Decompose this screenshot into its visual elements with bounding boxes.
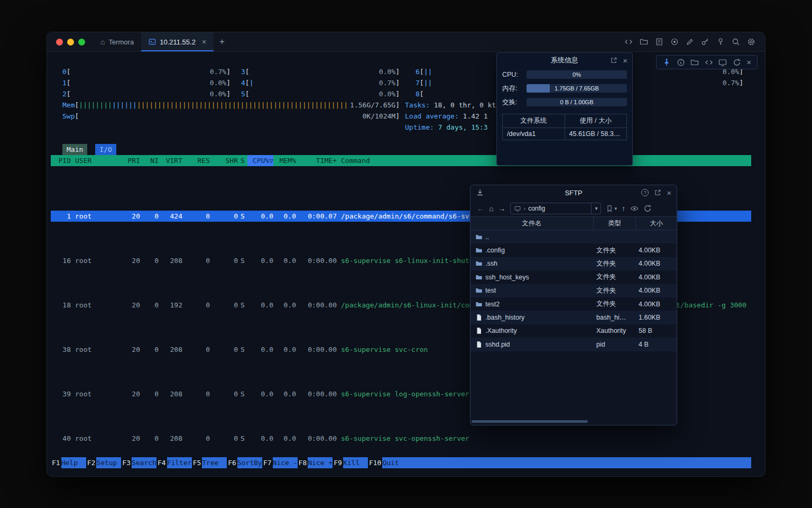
download-icon[interactable] [476,188,484,197]
fn-key-button[interactable]: F5 Tree [192,457,227,468]
file-row[interactable]: ssh_host_keys 文件夹 4.00KB [470,270,677,284]
file-row[interactable]: test 文件夹 4.00KB [470,284,677,297]
file-size: 4 B [635,341,677,348]
pri-cell: 20 [122,211,140,222]
pri-cell: 20 [122,388,140,400]
fn-key-button[interactable]: F2 Setup [86,457,122,468]
close-window-button[interactable] [56,39,63,46]
host-icon [514,205,521,212]
ni-cell: 0 [140,211,159,222]
code-icon[interactable] [705,58,713,67]
column-filename[interactable]: 文件名 [470,217,593,230]
column-user[interactable]: USER [71,155,122,166]
fn-key-button[interactable]: F9 Kill [333,457,368,468]
file-row[interactable]: sshd.pid pid 4 B [470,338,677,351]
forward-icon[interactable]: → [498,205,505,212]
traffic-lights [47,32,93,51]
horizontal-scrollbar[interactable] [472,420,588,423]
pin-icon[interactable] [662,58,671,67]
filesystem-header: 文件系统 使用 / 大小 [503,114,626,128]
column-pid[interactable]: PID [51,155,71,166]
file-row[interactable]: .Xauthority Xauthority 58 B [470,324,677,338]
file-row[interactable]: test2 文件夹 4.00KB [470,297,677,311]
new-tab-button[interactable]: + [214,32,230,51]
help-icon[interactable]: ? [641,189,649,196]
settings-icon[interactable] [747,38,755,46]
info-icon[interactable] [677,58,685,67]
cast-icon[interactable] [718,58,727,67]
file-size: 4.00KB [635,274,677,281]
stat-row: 交换: 0 B / 1.00GB [497,95,632,109]
show-hidden-icon[interactable] [630,204,639,213]
file-row[interactable]: .ssh 文件夹 4.00KB [470,257,677,270]
progress-value: 1.75GB / 7.65GB [527,84,627,93]
file-name: .ssh [485,260,593,267]
file-row[interactable]: .. [470,230,677,243]
column-virt[interactable]: VIRT [159,155,182,166]
column-type[interactable]: 类型 [593,217,635,230]
user-cell: root [71,300,122,311]
htop-tab-main[interactable]: Main [62,144,87,155]
swap-meter: Swp[0K/1024M] [62,111,400,122]
keychain-icon[interactable] [716,38,725,46]
back-icon[interactable]: ← [477,205,484,212]
fn-key-button[interactable]: F3 Search [121,457,156,468]
chevron-down-icon[interactable]: ▾ [591,203,601,214]
file-row[interactable]: .bash_history bash_hi… 1.60KB [470,311,677,324]
bookmark-button[interactable]: ▾ [606,205,617,212]
fn-key-button[interactable]: F7 Nice - [262,457,298,468]
tab-termora[interactable]: ⌂ Termora [93,32,141,51]
refresh-icon[interactable] [643,204,652,213]
open-in-window-icon[interactable] [654,189,661,196]
column-mem[interactable]: MEM% [273,155,296,166]
virt-cell: 192 [159,300,182,311]
zoom-window-button[interactable] [78,39,85,46]
minimize-window-button[interactable] [67,39,74,46]
file-type-icon [470,233,485,241]
tab-host[interactable]: 10.211.55.2 × [141,32,214,51]
fn-key-button[interactable]: F4 Filter [156,457,192,468]
command-cell: s6-supervise svc-openssh-server [337,433,751,444]
chevron-down-icon[interactable]: ▾ [614,206,617,211]
search-icon[interactable] [732,38,740,46]
file-type: Xauthority [593,327,635,334]
fn-key: F6 [227,457,237,468]
folder-icon[interactable] [640,38,648,46]
folder-icon[interactable] [690,58,699,67]
fn-key: F1 [51,457,61,468]
fn-key-button[interactable]: F6 SortBy [227,457,262,468]
refresh-icon[interactable] [733,58,741,67]
close-icon[interactable]: × [746,58,751,66]
column-size[interactable]: 大小 [635,217,677,230]
path-combobox[interactable]: › config ▾ [510,203,601,214]
close-tab-icon[interactable]: × [202,38,206,46]
column-pri[interactable]: PRI [122,155,140,166]
log-icon[interactable] [655,38,663,46]
shr-cell: 0 [210,433,238,444]
home-icon[interactable]: ⌂ [489,205,493,212]
toolbar-icons [624,32,765,51]
close-icon[interactable]: × [667,189,671,197]
column-cpu-sort[interactable]: CPU%▽ [247,155,273,166]
column-s[interactable]: S [238,155,247,166]
open-in-window-icon[interactable] [610,57,617,64]
fn-key-button[interactable]: F8 Nice + [298,457,333,468]
code-icon[interactable] [624,38,633,46]
upload-icon[interactable]: ↑ [622,205,625,212]
cpu-meter-1: 1[0.0%] [62,77,230,88]
macro-record-icon[interactable] [670,38,679,46]
edit-icon[interactable] [686,38,694,46]
fn-key-button[interactable]: F10 Quit [368,457,407,468]
column-res[interactable]: RES [182,155,210,166]
column-shr[interactable]: SHR [210,155,238,166]
key-icon[interactable] [701,38,709,46]
fn-key-button[interactable]: F1 Help [51,457,86,468]
htop-tab-io[interactable]: I/O [95,144,116,155]
column-time[interactable]: TIME+ [296,155,337,166]
fn-key: F9 [333,457,343,468]
close-icon[interactable]: × [623,57,628,65]
state-cell: S [238,255,247,266]
process-row[interactable]: 40 root 20 0 208 0 0 S 0.0 0.0 0:00.00 s… [51,433,751,444]
file-row[interactable]: .config 文件夹 4.00KB [470,243,677,257]
column-ni[interactable]: NI [140,155,159,166]
